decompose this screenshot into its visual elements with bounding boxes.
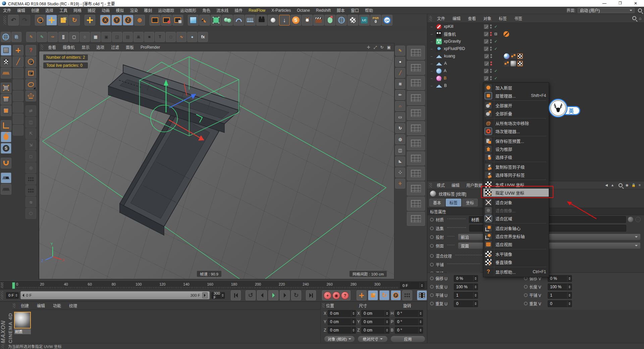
array-tool-button[interactable] xyxy=(407,197,425,211)
play-loop-button[interactable]: ↻ xyxy=(291,290,301,300)
attribute-menu-item[interactable]: 模式 xyxy=(433,182,448,188)
menu-item[interactable]: 工具 xyxy=(56,7,70,13)
menu-item[interactable]: 创建 xyxy=(28,7,42,13)
axis-mode-button[interactable] xyxy=(1,120,11,131)
array-tool-button[interactable] xyxy=(407,136,425,150)
snap-toggle-button[interactable]: S xyxy=(1,143,11,154)
hierarchy-icon[interactable]: ⎘ xyxy=(11,32,21,42)
layer-toggle[interactable] xyxy=(484,54,489,58)
object-row[interactable]: ‒ xpFluidPBD ✓ xyxy=(427,45,644,52)
workplane-mode-button[interactable] xyxy=(1,68,11,79)
material-preview-icon[interactable] xyxy=(628,217,633,222)
visibility-dots[interactable] xyxy=(490,24,492,29)
timeline-window-button[interactable] xyxy=(417,290,427,300)
lc-plugin-button[interactable]: LC xyxy=(359,15,370,26)
ime-logo[interactable] xyxy=(549,99,568,117)
menu-item[interactable]: 动画 xyxy=(99,7,113,13)
key-ring-icon[interactable] xyxy=(430,244,434,248)
viewport[interactable]: 查看摄像机显示选项过滤面板ProRender ✛ ⤢ ↻ ▣ Number of… xyxy=(39,43,394,279)
key-parameter-button[interactable]: P xyxy=(391,290,401,300)
checker-material-menu[interactable] xyxy=(347,15,358,26)
next-frame-button[interactable] xyxy=(280,290,290,300)
key-scale-button[interactable] xyxy=(368,290,378,300)
enabled-check[interactable]: ✓ xyxy=(493,47,498,51)
sphere-tool-icon[interactable]: ● xyxy=(395,57,405,67)
realflow-menu[interactable]: S xyxy=(290,15,301,26)
viewport-menu-item[interactable]: 过滤 xyxy=(108,44,122,50)
object-manager-menu-item[interactable]: 编辑 xyxy=(449,15,464,21)
play-button[interactable] xyxy=(268,290,278,300)
array-tool-button[interactable] xyxy=(407,76,425,90)
panel-grip[interactable] xyxy=(429,183,432,188)
visibility-dots[interactable] xyxy=(490,61,492,65)
rot-b-input[interactable]: 0 ° xyxy=(395,327,423,334)
layer-toggle[interactable] xyxy=(484,39,488,44)
viewport-menu-item[interactable]: 查看 xyxy=(45,44,59,50)
key-rotation-button[interactable]: ↻ xyxy=(379,290,389,300)
coords-mode-select[interactable]: 对象 (相对) xyxy=(324,336,355,342)
dots-grid-icon[interactable]: ⣿ xyxy=(58,32,68,42)
brush-smooth-icon[interactable]: ✎ xyxy=(37,32,47,42)
spline-wrap-icon[interactable]: ∿ xyxy=(176,32,186,42)
array-tool-button[interactable] xyxy=(407,106,425,120)
menu-item[interactable]: 运动跟踪 xyxy=(155,7,177,13)
model-mode-button[interactable] xyxy=(1,45,11,56)
key-ring-icon[interactable] xyxy=(430,302,434,305)
camera-link-icon[interactable]: ⊡ xyxy=(493,32,498,36)
object-row[interactable]: ‒ A ✓ xyxy=(427,67,644,74)
select-dashed-icon[interactable]: ▢ xyxy=(69,32,79,42)
visibility-dots[interactable] xyxy=(490,47,492,51)
brush-icon[interactable]: ✎ xyxy=(26,32,36,42)
material-menu-item[interactable]: 编辑 xyxy=(33,303,49,308)
minimize-button[interactable]: — xyxy=(602,1,606,6)
menu-item[interactable]: Redshift xyxy=(313,8,334,13)
previous-frame-button[interactable] xyxy=(257,290,267,300)
grid-array-icon[interactable]: ▦ xyxy=(91,32,101,42)
viewport-menu-item[interactable]: 显示 xyxy=(78,44,93,50)
measure-tool-icon[interactable]: ⊾ xyxy=(395,156,405,166)
size-mode-select[interactable]: 绝对尺寸 xyxy=(358,336,388,342)
lock-icon[interactable]: 🔒 xyxy=(632,183,636,187)
viewport-zoom-icon[interactable]: ⤢ xyxy=(374,45,377,50)
character-menu[interactable] xyxy=(325,15,335,26)
current-frame-field[interactable]: 0 F xyxy=(6,292,19,299)
shading-sphere-icon[interactable]: ● xyxy=(187,32,197,42)
move-tool[interactable] xyxy=(46,15,57,26)
array-tool-button[interactable] xyxy=(407,212,425,226)
context-menu-item[interactable]: 适应视图 xyxy=(483,240,549,248)
rectangle-selection-button[interactable] xyxy=(25,68,36,79)
key-ring-icon[interactable] xyxy=(430,235,434,239)
size-z-input[interactable]: 0 cm xyxy=(361,327,389,334)
attribute-tab[interactable]: 基本 xyxy=(429,199,445,206)
material-menu-item[interactable]: 功能 xyxy=(49,303,65,308)
live-selection-tool[interactable] xyxy=(35,15,46,26)
move-tool-icon[interactable] xyxy=(13,45,23,56)
pos-x-input[interactable]: 0 cm xyxy=(328,310,356,317)
enabled-check[interactable]: ✓ xyxy=(493,69,498,73)
menu-item[interactable]: 运动图形 xyxy=(177,7,199,13)
context-menu-item[interactable]: 适合图像... xyxy=(483,206,549,214)
context-menu-item[interactable]: 选择等同子标签 xyxy=(483,171,549,179)
size-x-input[interactable]: 0 cm xyxy=(361,310,389,317)
context-menu-item[interactable]: 设为根部 xyxy=(483,145,549,153)
array-tool-button[interactable] xyxy=(407,182,425,196)
viewport-menu-item[interactable]: 面板 xyxy=(122,44,137,50)
key-ring-icon[interactable] xyxy=(524,302,528,305)
menu-item[interactable]: 雕刻 xyxy=(141,7,155,13)
knife-tool-icon[interactable]: ╱ xyxy=(13,56,23,67)
visibility-dots[interactable] xyxy=(490,76,492,80)
context-menu-item[interactable]: 保存标签预置... xyxy=(483,137,549,145)
spline-arc-menu[interactable] xyxy=(233,15,244,26)
z-axis-lock[interactable]: Z xyxy=(123,15,133,26)
visibility-dots[interactable] xyxy=(490,32,492,36)
key-ring-icon[interactable] xyxy=(430,285,434,289)
object-manager-menu-item[interactable]: 文件 xyxy=(433,15,449,21)
maximize-button[interactable]: ❐ xyxy=(619,1,622,6)
clapboard-menu[interactable] xyxy=(313,15,324,26)
viewport-menu-item[interactable]: 摄像机 xyxy=(59,44,78,50)
light-menu[interactable] xyxy=(268,15,278,26)
size-y-input[interactable]: 0 cm xyxy=(361,318,389,325)
pos-y-input[interactable]: 0 cm xyxy=(328,318,356,325)
end-frame-field[interactable]: 300 F xyxy=(211,292,225,299)
timeline-ruler[interactable]: 0204060801001201401601802002202402602803… xyxy=(0,281,427,289)
